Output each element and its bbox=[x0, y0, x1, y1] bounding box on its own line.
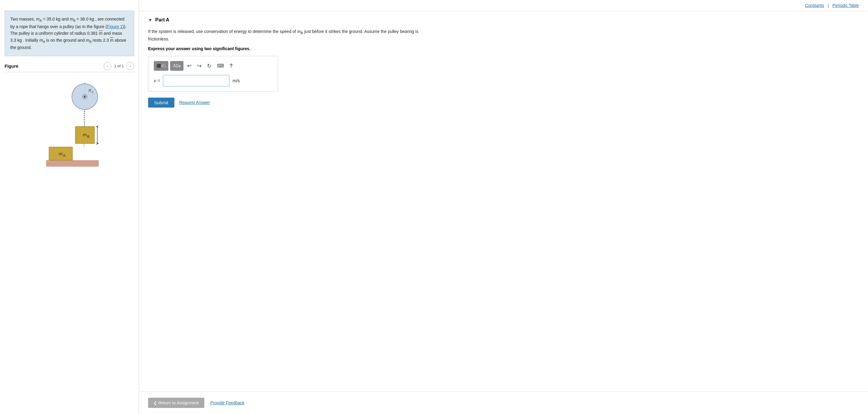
pulley-figure: m A m B R bbox=[27, 77, 112, 170]
problem-text: Two masses, mA = 35.0 kg and mB = 38.0 k… bbox=[10, 17, 126, 50]
figure-next-button[interactable]: › bbox=[126, 62, 134, 70]
svg-text:A: A bbox=[63, 154, 65, 157]
bottom-row: ❮ Return to Assignment Provide Feedback bbox=[139, 391, 868, 414]
reset-button[interactable]: ↻ bbox=[205, 61, 213, 70]
svg-rect-0 bbox=[46, 160, 98, 166]
figure-nav: ‹ 1 of 1 › bbox=[104, 62, 134, 70]
svg-text:m: m bbox=[59, 151, 63, 156]
svg-text:R: R bbox=[88, 89, 91, 93]
right-panel: Constants | Periodic Table ▼ Part A If t… bbox=[139, 0, 868, 414]
collapse-arrow-icon[interactable]: ▼ bbox=[148, 18, 152, 22]
submit-button[interactable]: Submit bbox=[148, 98, 175, 107]
main-content: ▼ Part A If the system is released, use … bbox=[139, 11, 868, 391]
express-note: Express your answer using two significan… bbox=[148, 46, 859, 51]
top-links-separator: | bbox=[828, 3, 829, 8]
svg-text:m: m bbox=[83, 132, 87, 137]
toolbar: ⬛√□ ΑΣφ ↩ ↪ ↻ ⌨ ? bbox=[154, 61, 272, 71]
figure-section: Figure ‹ 1 of 1 › m A m bbox=[0, 62, 139, 172]
svg-text:B: B bbox=[87, 134, 89, 138]
left-panel: Two masses, mA = 35.0 kg and mB = 38.0 k… bbox=[0, 0, 139, 414]
figure-link[interactable]: Figure 1 bbox=[107, 24, 122, 29]
fraction-sqrt-button[interactable]: ⬛√□ bbox=[154, 61, 168, 71]
figure-counter: 1 of 1 bbox=[114, 64, 124, 68]
keyboard-button[interactable]: ⌨ bbox=[215, 62, 226, 70]
answer-row: v = m/s bbox=[154, 75, 272, 87]
problem-box: Two masses, mA = 35.0 kg and mB = 38.0 k… bbox=[4, 10, 134, 56]
svg-text:0: 0 bbox=[92, 90, 93, 94]
unit-label: m/s bbox=[232, 78, 240, 83]
redo-button[interactable]: ↪ bbox=[195, 61, 204, 70]
figure-image-area: m A m B R bbox=[4, 75, 134, 172]
part-header: ▼ Part A bbox=[148, 17, 859, 23]
figure-header: Figure ‹ 1 of 1 › bbox=[4, 62, 134, 72]
question-text: If the system is released, use conservat… bbox=[148, 28, 420, 42]
periodic-table-link[interactable]: Periodic Table bbox=[832, 3, 859, 8]
constants-link[interactable]: Constants bbox=[805, 3, 824, 8]
action-row: Submit Request Answer bbox=[148, 98, 859, 107]
figure-title: Figure bbox=[4, 63, 19, 69]
figure-prev-button[interactable]: ‹ bbox=[104, 62, 112, 70]
help-button[interactable]: ? bbox=[227, 62, 234, 70]
part-label: Part A bbox=[155, 17, 169, 23]
request-answer-link[interactable]: Request Answer bbox=[179, 100, 210, 105]
return-to-assignment-button[interactable]: ❮ Return to Assignment bbox=[148, 398, 204, 408]
provide-feedback-link[interactable]: Provide Feedback bbox=[210, 401, 245, 405]
top-links: Constants | Periodic Table bbox=[139, 0, 868, 11]
undo-button[interactable]: ↩ bbox=[185, 61, 193, 70]
answer-box: ⬛√□ ΑΣφ ↩ ↪ ↻ ⌨ ? v = m/s bbox=[148, 56, 278, 92]
answer-input[interactable] bbox=[163, 75, 229, 87]
svg-point-13 bbox=[84, 96, 86, 98]
variable-label: v = bbox=[154, 78, 160, 83]
symbol-button[interactable]: ΑΣφ bbox=[170, 61, 183, 71]
